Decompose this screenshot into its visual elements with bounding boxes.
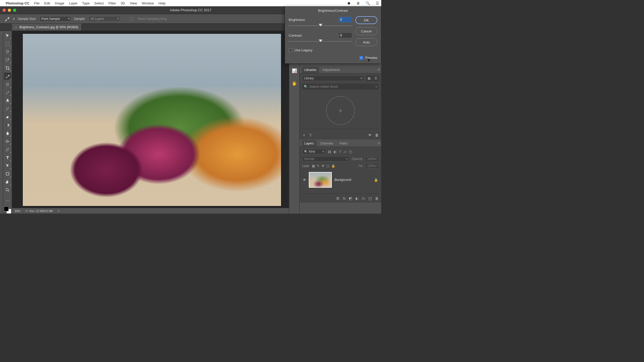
filter-type-icon[interactable]: T: [339, 150, 341, 154]
filter-smart-icon[interactable]: ◫: [349, 150, 352, 154]
tool-path-select[interactable]: [4, 162, 11, 169]
screen-record-icon[interactable]: ⏺: [347, 1, 351, 5]
layer-mask-icon[interactable]: ◩: [349, 196, 352, 201]
close-tab-icon[interactable]: ×: [15, 26, 17, 29]
delete-layer-icon[interactable]: 🗑: [375, 196, 379, 201]
lock-artboard-icon[interactable]: ▢: [326, 164, 329, 168]
layer-lock-icon[interactable]: 🔒: [374, 178, 378, 182]
tool-marquee[interactable]: [4, 40, 11, 47]
library-list-view-icon[interactable]: ☰: [373, 75, 379, 81]
tool-zoom[interactable]: [4, 187, 11, 194]
brightness-slider[interactable]: [289, 24, 352, 28]
tool-type[interactable]: [4, 154, 11, 161]
panel-collapse-strip[interactable]: »: [0, 31, 3, 214]
tool-stamp[interactable]: [4, 97, 11, 104]
tab-libraries[interactable]: Libraries: [302, 67, 319, 73]
library-upload-icon[interactable]: ⇪: [309, 133, 312, 137]
tool-eraser[interactable]: [4, 113, 11, 120]
layer-fx-icon[interactable]: fx: [343, 196, 346, 201]
tool-quick-select[interactable]: [4, 56, 11, 63]
menu-help[interactable]: Help: [158, 1, 166, 5]
use-legacy-checkbox[interactable]: Use Legacy: [289, 48, 352, 52]
layers-panel-menu-icon[interactable]: ≡: [378, 141, 380, 145]
tool-eyedropper[interactable]: [4, 73, 11, 80]
tool-edit-toolbar[interactable]: ⋯: [4, 197, 11, 204]
fill-field[interactable]: 100%: [365, 164, 379, 168]
panel-menu-icon[interactable]: ≡: [378, 68, 380, 71]
layer-visibility-icon[interactable]: 👁: [303, 178, 306, 182]
layer-thumbnail[interactable]: [309, 172, 332, 188]
menu-3d[interactable]: 3D: [121, 1, 125, 5]
lock-pixels-icon[interactable]: ✎: [317, 164, 320, 168]
foreground-color-swatch[interactable]: [4, 207, 9, 211]
library-preview-icon[interactable]: 👁: [368, 133, 372, 137]
opacity-field[interactable]: 100%: [365, 157, 379, 161]
contrast-input[interactable]: [339, 32, 352, 38]
new-layer-icon[interactable]: ◰: [368, 196, 372, 201]
lock-transparency-icon[interactable]: ▩: [312, 164, 315, 168]
auto-button[interactable]: Auto: [355, 38, 377, 46]
tool-shape[interactable]: [4, 170, 11, 177]
adjustment-layer-icon[interactable]: ◐: [355, 196, 358, 201]
window-zoom-button[interactable]: [13, 9, 16, 12]
tool-pen[interactable]: [4, 146, 11, 153]
tool-blur[interactable]: [4, 130, 11, 137]
library-grid-view-icon[interactable]: ▦: [366, 75, 372, 81]
tab-paths[interactable]: Paths: [337, 140, 350, 147]
menu-select[interactable]: Select: [94, 1, 104, 5]
lock-all-icon[interactable]: 🔒: [331, 164, 335, 168]
tool-gradient[interactable]: [4, 121, 11, 129]
brightness-input[interactable]: [339, 17, 352, 23]
layer-name[interactable]: Background: [334, 178, 351, 182]
cancel-button[interactable]: Cancel: [355, 27, 377, 35]
library-trash-icon[interactable]: 🗑: [375, 133, 379, 137]
tool-hand[interactable]: [4, 179, 11, 186]
tool-brush[interactable]: [4, 89, 11, 96]
menu-filter[interactable]: Filter: [109, 1, 116, 5]
status-zoom[interactable]: 50%: [15, 209, 20, 213]
current-tool-icon[interactable]: [4, 16, 10, 22]
foreground-background-colors[interactable]: [4, 207, 11, 214]
tool-lasso[interactable]: [4, 48, 11, 55]
filter-pixel-icon[interactable]: ▧: [328, 150, 331, 154]
lock-position-icon[interactable]: ✥: [322, 164, 324, 168]
library-add-icon[interactable]: ＋: [302, 133, 306, 137]
tab-channels[interactable]: Channels: [317, 140, 336, 147]
library-select[interactable]: Library: [302, 75, 364, 81]
layer-group-icon[interactable]: 🗀: [362, 196, 365, 201]
menu-type[interactable]: Type: [82, 1, 89, 5]
tab-layers[interactable]: Layers: [302, 140, 316, 147]
menu-window[interactable]: Window: [142, 1, 154, 5]
spotlight-icon[interactable]: 🔍: [366, 1, 370, 5]
sample-size-select[interactable]: Point Sample: [39, 16, 71, 21]
window-minimize-button[interactable]: [8, 9, 11, 12]
menu-image[interactable]: Image: [55, 1, 64, 5]
menu-extras-icon[interactable]: ☰: [376, 1, 379, 5]
tool-preset-chevron-icon[interactable]: ▾: [13, 17, 15, 21]
histogram-dock-icon[interactable]: 📊: [291, 67, 298, 74]
tool-dodge[interactable]: [4, 138, 11, 145]
document-tab[interactable]: × Brightness_Contrast1.jpg @ 50% (RGB/8): [12, 24, 82, 31]
tool-history-brush[interactable]: [4, 105, 11, 112]
status-doc-info[interactable]: Doc: 22.8M/22.8M: [26, 209, 53, 213]
contrast-slider[interactable]: [289, 39, 352, 43]
tool-healing[interactable]: [4, 81, 11, 88]
menu-layer[interactable]: Layer: [69, 1, 78, 5]
layer-row[interactable]: 👁 Background 🔒: [302, 171, 379, 189]
filter-shape-icon[interactable]: ▱: [344, 150, 346, 154]
display-icon[interactable]: 🖥: [356, 1, 360, 5]
tool-crop[interactable]: [4, 64, 11, 71]
document-canvas[interactable]: [22, 34, 281, 206]
canvas-area[interactable]: 50% Doc: 22.8M/22.8M ▸: [12, 31, 299, 214]
menu-edit[interactable]: Edit: [44, 1, 50, 5]
menu-view[interactable]: View: [130, 1, 137, 5]
show-sampling-ring-checkbox[interactable]: [130, 17, 133, 20]
filter-adjustment-icon[interactable]: ◐: [334, 150, 337, 154]
tool-presets-dock-icon[interactable]: 🖐: [291, 80, 298, 87]
blend-mode-select[interactable]: Normal: [302, 156, 350, 161]
layer-filter-kind-select[interactable]: 🔍Kind: [302, 149, 326, 154]
window-close-button[interactable]: [3, 9, 6, 12]
tool-move[interactable]: [4, 32, 11, 39]
link-layers-icon[interactable]: ⌘: [336, 196, 340, 201]
status-flyout-icon[interactable]: ▸: [58, 209, 60, 213]
